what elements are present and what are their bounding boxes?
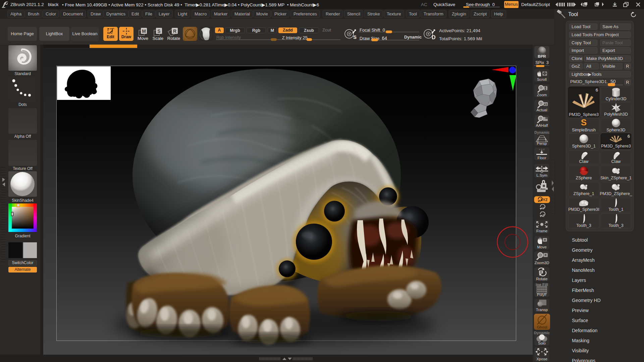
svg-text:x1: x1: [544, 103, 547, 106]
svg-text:S: S: [157, 28, 160, 34]
svg-text:Z: Z: [542, 214, 544, 218]
svg-text:D: D: [432, 35, 436, 40]
svg-text:M: M: [142, 28, 146, 34]
svg-text:Y: Y: [542, 206, 545, 210]
svg-text:R: R: [173, 28, 176, 34]
svg-text:× ʌ z: × ʌ z: [539, 148, 544, 151]
svg-text:XYZ: XYZ: [540, 198, 548, 202]
svg-text:S: S: [353, 34, 357, 40]
